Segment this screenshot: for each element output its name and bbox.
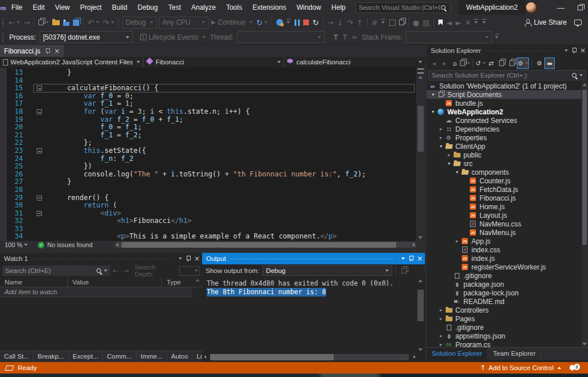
toolbar-grip[interactable] [2,18,5,27]
tab-fibonacci-js[interactable]: Fibonacci.js × [0,45,64,57]
menu-edit[interactable]: Edit [28,0,50,15]
bookmark-icon[interactable] [436,16,444,29]
lifecycle-events-button[interactable]: ↥ Lifecycle Events [138,31,208,44]
tree-item-webapplication2[interactable]: ▾WebApplication2 [427,107,588,116]
search-depth-dropdown[interactable] [179,266,200,276]
tree-item-components[interactable]: ▾components [427,168,588,176]
code-line-19[interactable]: 19 var f_2 = f_0 + f_1; [0,116,425,124]
code-line-26[interactable]: 26 console.log("The " + i.toString() + "… [0,171,425,179]
sync-active-document-icon[interactable]: ⇄ [486,57,496,69]
breakpoints-window-icon[interactable]: ● [411,16,421,29]
code-line-13[interactable]: 13 } [0,69,425,77]
menu-extensions[interactable]: Extensions [247,0,292,15]
output-title-bar[interactable]: Output × [202,253,425,264]
menu-analyze[interactable]: Analyze [186,0,221,15]
menu-view[interactable]: View [50,0,75,15]
code-line-17[interactable]: 17 var f_1 = 1; [0,100,425,108]
nav-back-icon[interactable]: ← [7,16,22,29]
toolbar-grip[interactable] [2,33,5,42]
expand-icon[interactable]: ▸ [438,307,444,313]
editor-horizontal-scrollbar[interactable] [115,242,416,248]
clear-output-icon[interactable] [400,264,408,277]
document-health-indicator[interactable]: ✓ No issues found [38,241,92,248]
back-icon[interactable]: ◂ [429,57,439,69]
expand-icon[interactable]: ▸ [438,342,444,347]
step-over-icon[interactable]: ↷ [345,16,355,29]
scroll-right-icon[interactable] [413,243,415,247]
fold-marker-icon[interactable] [37,86,42,91]
column-type[interactable]: Type [162,277,192,287]
tree-item-home-js[interactable]: JSHome.js [427,202,588,211]
zoom-control[interactable]: 100 % [0,241,30,248]
toolbar-overflow-button[interactable] [494,32,500,43]
process-dropdown[interactable]: [50376] dotnet.exe [40,31,133,43]
window-position-icon[interactable] [564,49,568,52]
tree-item-app-js[interactable]: ▸JSApp.js [427,237,588,245]
menu-test[interactable]: Test [163,0,186,15]
method-dropdown[interactable]: calculateFibonacci [284,57,425,67]
pin-icon[interactable] [45,48,50,54]
show-next-statement-icon[interactable]: → [326,16,335,29]
expand-icon[interactable]: ▸ [446,152,452,157]
scroll-down-icon[interactable] [418,236,423,239]
tab-except[interactable]: Except... [69,351,103,362]
break-all-icon[interactable] [293,16,301,29]
filter-flagged-icon[interactable] [341,31,350,44]
class-dropdown[interactable]: Fibonacci [144,57,284,67]
pin-icon[interactable] [185,256,191,261]
menu-file[interactable]: File [6,0,28,15]
splitter-handle-icon[interactable] [417,68,424,74]
collapse-all-icon[interactable] [496,57,506,69]
code-line-15[interactable]: 15 calculateFibonacci() { [0,84,425,93]
properties-icon[interactable]: ⚙ [534,57,544,69]
watch-vertical-scrollbar[interactable] [194,277,202,340]
tree-item-navmenu-css[interactable]: #NavMenu.css [427,220,588,228]
solution-explorer-title-bar[interactable]: Solution Explorer × [427,45,588,56]
scroll-down-icon[interactable] [582,343,587,345]
tree-item-gitignore[interactable]: .gitignore [427,323,588,332]
scroll-down-icon[interactable] [418,348,423,351]
tree-item-connected-services[interactable]: ☁Connected Services [427,116,588,125]
output-log[interactable]: The thread 0x4d80 has exited with code 0… [202,278,416,352]
tree-item-navmenu-js[interactable]: JSNavMenu.js [427,228,588,237]
expand-icon[interactable]: ▸ [438,316,444,321]
tree-item-counter-js[interactable]: JSCounter.js [427,176,588,185]
expand-icon[interactable]: ▸ [438,126,444,132]
tree-item-clientapp[interactable]: ▾ClientApp [427,142,588,151]
continue-button[interactable]: ▶Continue [210,16,255,29]
collapse-icon[interactable]: ▾ [430,109,436,114]
search-prev-icon[interactable]: ← [113,267,118,275]
add-to-source-control-button[interactable]: Add to Source Control [489,364,554,371]
window-position-icon[interactable] [179,257,182,260]
scroll-right-icon[interactable] [413,355,416,359]
code-line-14[interactable]: 14 [0,77,425,85]
close-icon[interactable]: × [54,47,60,55]
expand-icon[interactable]: ▸ [438,135,444,140]
user-avatar[interactable] [526,2,536,13]
scrollbar-thumb[interactable] [210,354,334,360]
solution-vertical-scrollbar[interactable] [581,82,588,347]
tree-item-package-json[interactable]: {}package.json [427,280,588,288]
restart-debug-icon[interactable]: ↻ [311,16,320,29]
redo-icon[interactable]: ↷ [101,16,116,29]
quick-search-box[interactable]: Search Visual Studio (Ctrl+Q) [355,2,450,13]
tab-breakp[interactable]: Breakp... [33,351,68,362]
scrollbar-thumb[interactable] [582,90,587,245]
output-source-dropdown[interactable]: Debug [262,266,392,276]
watch-search-input[interactable]: Search (Ctrl+E) [2,266,110,276]
open-folder-icon[interactable] [51,16,61,29]
tree-item-appsettings-json[interactable]: ▸{}appsettings.json [427,332,588,340]
save-icon[interactable] [61,16,71,29]
prev-bookmark-icon[interactable]: ◄ [444,16,454,29]
stop-debugging-icon[interactable] [301,16,311,29]
scroll-up-icon[interactable] [195,279,200,282]
tab-imme[interactable]: Imme... [137,351,167,362]
output-line[interactable]: The 8th Fibonnaci number is: 8 [207,288,326,297]
close-icon[interactable]: × [194,255,200,263]
tab-autos[interactable]: Autos [167,351,192,362]
menu-debug[interactable]: Debug [133,0,163,15]
scroll-up-icon[interactable] [418,279,423,282]
feedback-button[interactable] [572,16,583,29]
menu-window[interactable]: Window [291,0,326,15]
window-position-icon[interactable] [401,257,405,260]
